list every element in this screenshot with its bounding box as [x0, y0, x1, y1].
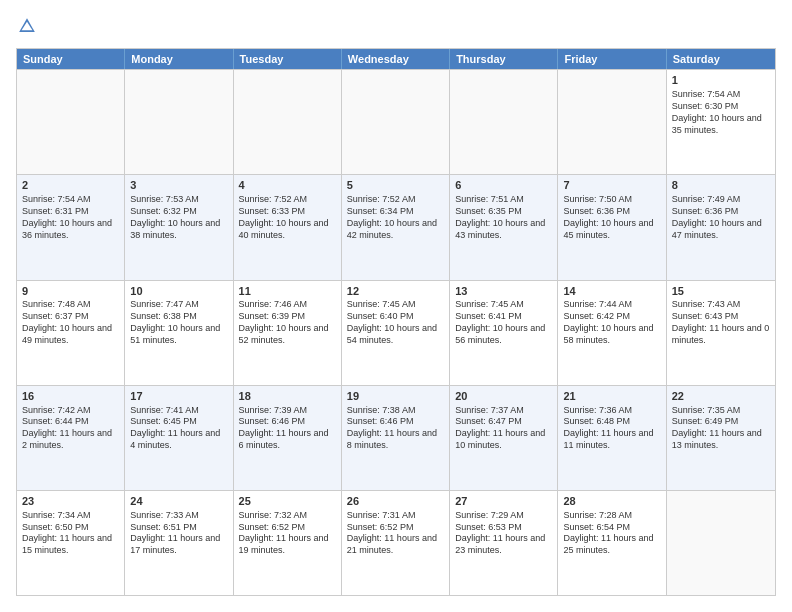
day-number: 10 — [130, 284, 227, 299]
calendar-cell-day-18: 18Sunrise: 7:39 AM Sunset: 6:46 PM Dayli… — [234, 386, 342, 490]
day-number: 27 — [455, 494, 552, 509]
calendar-row-3: 16Sunrise: 7:42 AM Sunset: 6:44 PM Dayli… — [17, 385, 775, 490]
calendar-cell-day-19: 19Sunrise: 7:38 AM Sunset: 6:46 PM Dayli… — [342, 386, 450, 490]
day-info: Sunrise: 7:46 AM Sunset: 6:39 PM Dayligh… — [239, 299, 336, 347]
calendar-row-2: 9Sunrise: 7:48 AM Sunset: 6:37 PM Daylig… — [17, 280, 775, 385]
day-info: Sunrise: 7:28 AM Sunset: 6:54 PM Dayligh… — [563, 510, 660, 558]
calendar-cell-day-26: 26Sunrise: 7:31 AM Sunset: 6:52 PM Dayli… — [342, 491, 450, 595]
weekday-header-tuesday: Tuesday — [234, 49, 342, 69]
day-number: 11 — [239, 284, 336, 299]
day-info: Sunrise: 7:47 AM Sunset: 6:38 PM Dayligh… — [130, 299, 227, 347]
calendar-cell-day-3: 3Sunrise: 7:53 AM Sunset: 6:32 PM Daylig… — [125, 175, 233, 279]
day-info: Sunrise: 7:48 AM Sunset: 6:37 PM Dayligh… — [22, 299, 119, 347]
day-info: Sunrise: 7:52 AM Sunset: 6:34 PM Dayligh… — [347, 194, 444, 242]
calendar-cell-day-7: 7Sunrise: 7:50 AM Sunset: 6:36 PM Daylig… — [558, 175, 666, 279]
day-info: Sunrise: 7:31 AM Sunset: 6:52 PM Dayligh… — [347, 510, 444, 558]
calendar-cell-day-22: 22Sunrise: 7:35 AM Sunset: 6:49 PM Dayli… — [667, 386, 775, 490]
day-info: Sunrise: 7:50 AM Sunset: 6:36 PM Dayligh… — [563, 194, 660, 242]
day-info: Sunrise: 7:41 AM Sunset: 6:45 PM Dayligh… — [130, 405, 227, 453]
calendar-cell-day-16: 16Sunrise: 7:42 AM Sunset: 6:44 PM Dayli… — [17, 386, 125, 490]
weekday-header-saturday: Saturday — [667, 49, 775, 69]
day-number: 16 — [22, 389, 119, 404]
calendar-cell-day-11: 11Sunrise: 7:46 AM Sunset: 6:39 PM Dayli… — [234, 281, 342, 385]
calendar-cell-day-5: 5Sunrise: 7:52 AM Sunset: 6:34 PM Daylig… — [342, 175, 450, 279]
calendar-cell-empty — [125, 70, 233, 174]
day-info: Sunrise: 7:54 AM Sunset: 6:31 PM Dayligh… — [22, 194, 119, 242]
day-info: Sunrise: 7:45 AM Sunset: 6:40 PM Dayligh… — [347, 299, 444, 347]
page-header — [16, 16, 776, 40]
day-info: Sunrise: 7:45 AM Sunset: 6:41 PM Dayligh… — [455, 299, 552, 347]
calendar-row-1: 2Sunrise: 7:54 AM Sunset: 6:31 PM Daylig… — [17, 174, 775, 279]
calendar-cell-empty — [234, 70, 342, 174]
day-number: 13 — [455, 284, 552, 299]
day-number: 4 — [239, 178, 336, 193]
day-number: 1 — [672, 73, 770, 88]
day-number: 3 — [130, 178, 227, 193]
calendar-cell-day-13: 13Sunrise: 7:45 AM Sunset: 6:41 PM Dayli… — [450, 281, 558, 385]
day-number: 19 — [347, 389, 444, 404]
day-number: 8 — [672, 178, 770, 193]
day-number: 24 — [130, 494, 227, 509]
day-number: 28 — [563, 494, 660, 509]
day-number: 2 — [22, 178, 119, 193]
day-number: 23 — [22, 494, 119, 509]
logo — [16, 16, 36, 40]
weekday-header-wednesday: Wednesday — [342, 49, 450, 69]
day-info: Sunrise: 7:39 AM Sunset: 6:46 PM Dayligh… — [239, 405, 336, 453]
calendar-row-0: 1Sunrise: 7:54 AM Sunset: 6:30 PM Daylig… — [17, 69, 775, 174]
day-number: 20 — [455, 389, 552, 404]
day-number: 18 — [239, 389, 336, 404]
day-info: Sunrise: 7:49 AM Sunset: 6:36 PM Dayligh… — [672, 194, 770, 242]
calendar-cell-day-6: 6Sunrise: 7:51 AM Sunset: 6:35 PM Daylig… — [450, 175, 558, 279]
day-number: 14 — [563, 284, 660, 299]
day-info: Sunrise: 7:44 AM Sunset: 6:42 PM Dayligh… — [563, 299, 660, 347]
calendar-cell-empty — [667, 491, 775, 595]
calendar-page: SundayMondayTuesdayWednesdayThursdayFrid… — [0, 0, 792, 612]
calendar-cell-day-20: 20Sunrise: 7:37 AM Sunset: 6:47 PM Dayli… — [450, 386, 558, 490]
day-number: 25 — [239, 494, 336, 509]
day-info: Sunrise: 7:53 AM Sunset: 6:32 PM Dayligh… — [130, 194, 227, 242]
calendar-cell-day-10: 10Sunrise: 7:47 AM Sunset: 6:38 PM Dayli… — [125, 281, 233, 385]
day-info: Sunrise: 7:33 AM Sunset: 6:51 PM Dayligh… — [130, 510, 227, 558]
calendar-cell-day-23: 23Sunrise: 7:34 AM Sunset: 6:50 PM Dayli… — [17, 491, 125, 595]
calendar-cell-day-25: 25Sunrise: 7:32 AM Sunset: 6:52 PM Dayli… — [234, 491, 342, 595]
weekday-header-thursday: Thursday — [450, 49, 558, 69]
day-number: 26 — [347, 494, 444, 509]
day-info: Sunrise: 7:51 AM Sunset: 6:35 PM Dayligh… — [455, 194, 552, 242]
weekday-header-monday: Monday — [125, 49, 233, 69]
day-number: 5 — [347, 178, 444, 193]
calendar-cell-empty — [558, 70, 666, 174]
day-number: 22 — [672, 389, 770, 404]
day-info: Sunrise: 7:29 AM Sunset: 6:53 PM Dayligh… — [455, 510, 552, 558]
day-number: 17 — [130, 389, 227, 404]
calendar-cell-day-15: 15Sunrise: 7:43 AM Sunset: 6:43 PM Dayli… — [667, 281, 775, 385]
day-info: Sunrise: 7:38 AM Sunset: 6:46 PM Dayligh… — [347, 405, 444, 453]
day-info: Sunrise: 7:34 AM Sunset: 6:50 PM Dayligh… — [22, 510, 119, 558]
day-info: Sunrise: 7:54 AM Sunset: 6:30 PM Dayligh… — [672, 89, 770, 137]
day-info: Sunrise: 7:43 AM Sunset: 6:43 PM Dayligh… — [672, 299, 770, 347]
day-number: 6 — [455, 178, 552, 193]
calendar-cell-empty — [342, 70, 450, 174]
calendar-body: 1Sunrise: 7:54 AM Sunset: 6:30 PM Daylig… — [17, 69, 775, 595]
calendar-header: SundayMondayTuesdayWednesdayThursdayFrid… — [17, 49, 775, 69]
day-info: Sunrise: 7:52 AM Sunset: 6:33 PM Dayligh… — [239, 194, 336, 242]
day-number: 21 — [563, 389, 660, 404]
day-number: 7 — [563, 178, 660, 193]
day-info: Sunrise: 7:37 AM Sunset: 6:47 PM Dayligh… — [455, 405, 552, 453]
calendar-cell-empty — [450, 70, 558, 174]
day-info: Sunrise: 7:32 AM Sunset: 6:52 PM Dayligh… — [239, 510, 336, 558]
calendar-cell-day-1: 1Sunrise: 7:54 AM Sunset: 6:30 PM Daylig… — [667, 70, 775, 174]
calendar-cell-day-24: 24Sunrise: 7:33 AM Sunset: 6:51 PM Dayli… — [125, 491, 233, 595]
day-info: Sunrise: 7:35 AM Sunset: 6:49 PM Dayligh… — [672, 405, 770, 453]
weekday-header-sunday: Sunday — [17, 49, 125, 69]
calendar-cell-day-14: 14Sunrise: 7:44 AM Sunset: 6:42 PM Dayli… — [558, 281, 666, 385]
day-number: 12 — [347, 284, 444, 299]
calendar-cell-day-17: 17Sunrise: 7:41 AM Sunset: 6:45 PM Dayli… — [125, 386, 233, 490]
calendar-grid: SundayMondayTuesdayWednesdayThursdayFrid… — [16, 48, 776, 596]
day-info: Sunrise: 7:36 AM Sunset: 6:48 PM Dayligh… — [563, 405, 660, 453]
calendar-cell-day-8: 8Sunrise: 7:49 AM Sunset: 6:36 PM Daylig… — [667, 175, 775, 279]
logo-icon — [18, 17, 36, 35]
day-info: Sunrise: 7:42 AM Sunset: 6:44 PM Dayligh… — [22, 405, 119, 453]
calendar-cell-day-4: 4Sunrise: 7:52 AM Sunset: 6:33 PM Daylig… — [234, 175, 342, 279]
calendar-cell-empty — [17, 70, 125, 174]
